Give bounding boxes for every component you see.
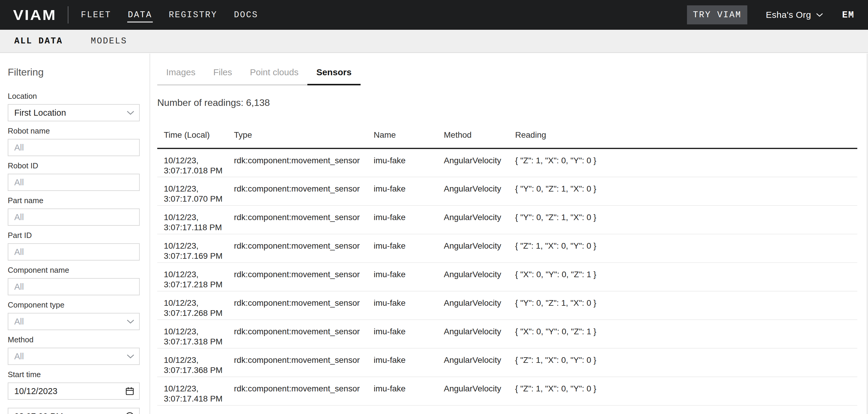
table-row: 10/12/23,3:07:17.368 PMrdk:component:mov… xyxy=(157,348,857,377)
robot-id-value: All xyxy=(14,178,24,187)
component-name-input[interactable]: All xyxy=(8,278,140,295)
time-date-line: 10/12/23, xyxy=(164,241,227,251)
cell-reading: { "X": 0, "Y": 0, "Z": 1 } xyxy=(508,320,857,348)
cell-reading: { "Y": 0, "Z": 1, "X": 0 } xyxy=(508,291,857,320)
org-switcher[interactable]: Esha's Org xyxy=(766,10,823,20)
field-location: LocationFirst Location xyxy=(8,92,140,121)
cell-time: 10/12/23,3:07:17.368 PM xyxy=(157,348,227,377)
tab-files[interactable]: Files xyxy=(204,67,241,85)
cell-type: rdk:component:movement_sensor xyxy=(227,177,367,206)
table-header: Time (Local)TypeNameMethodReading xyxy=(157,121,857,148)
time-clock-line: 3:07:17.418 PM xyxy=(164,394,227,404)
time-date-line: 10/12/23, xyxy=(164,384,227,394)
tab-sensors[interactable]: Sensors xyxy=(307,67,360,85)
location-select[interactable]: First Location xyxy=(8,104,140,121)
chevron-down-icon xyxy=(127,354,134,359)
component-type-label: Component type xyxy=(8,300,140,309)
field-start-date: Start time10/12/2023 xyxy=(8,370,140,400)
cell-reading: { "Z": 1, "X": 0, "Y": 0 } xyxy=(508,377,857,405)
tab-images[interactable]: Images xyxy=(157,67,204,85)
cell-time: 10/12/23,3:07:17.268 PM xyxy=(157,291,227,320)
table-row: 10/12/23,3:07:17.169 PMrdk:component:mov… xyxy=(157,234,857,263)
start-date-label: Start time xyxy=(8,370,140,379)
start-date-date-input[interactable]: 10/12/2023 xyxy=(8,382,140,400)
location-label: Location xyxy=(8,92,140,100)
start-time-time-input[interactable]: 03:07:00 PM xyxy=(8,408,140,414)
cell-name: imu-fake xyxy=(367,348,437,377)
try-viam-button[interactable]: TRY VIAM xyxy=(687,5,747,24)
cell-time: 10/12/23,3:07:17.318 PM xyxy=(157,320,227,348)
column-header-type: Type xyxy=(227,121,367,148)
cell-reading: { "Z": 1, "X": 0, "Y": 0 } xyxy=(508,234,857,263)
scrollbar-track[interactable] xyxy=(867,54,868,414)
column-header-time-local: Time (Local) xyxy=(157,121,227,148)
readings-count: Number of readings: 6,138 xyxy=(157,97,868,109)
cell-method: AngularVelocity xyxy=(437,348,508,377)
part-name-label: Part name xyxy=(8,196,140,205)
filtering-title: Filtering xyxy=(8,65,140,79)
time-clock-line: 3:07:17.018 PM xyxy=(164,166,227,176)
cell-name: imu-fake xyxy=(367,177,437,206)
robot-name-input[interactable]: All xyxy=(8,139,140,156)
cell-method: AngularVelocity xyxy=(437,234,508,263)
cell-name: imu-fake xyxy=(367,148,437,177)
cell-reading: { "Y": 0, "Z": 1, "X": 0 } xyxy=(508,177,857,206)
component-name-label: Component name xyxy=(8,266,140,274)
field-method: MethodAll xyxy=(8,335,140,365)
time-date-line: 10/12/23, xyxy=(164,212,227,223)
avatar[interactable]: EM xyxy=(842,10,854,20)
part-name-value: All xyxy=(14,212,24,222)
column-header-reading: Reading xyxy=(508,121,857,148)
component-type-select[interactable]: All xyxy=(8,313,140,330)
cell-type: rdk:component:movement_sensor xyxy=(227,348,367,377)
component-name-value: All xyxy=(14,282,24,292)
chevron-down-icon xyxy=(816,13,823,17)
data-type-tabs: ImagesFilesPoint cloudsSensors xyxy=(157,67,361,85)
column-header-name: Name xyxy=(367,121,437,148)
cell-type: rdk:component:movement_sensor xyxy=(227,148,367,177)
time-clock-line: 3:07:17.318 PM xyxy=(164,337,227,347)
cell-method: AngularVelocity xyxy=(437,177,508,206)
time-clock-line: 3:07:17.268 PM xyxy=(164,308,227,318)
cell-name: imu-fake xyxy=(367,377,437,405)
cell-name: imu-fake xyxy=(367,320,437,348)
subnav-tab-all-data[interactable]: ALL DATA xyxy=(14,36,63,46)
nav-link-fleet[interactable]: FLEET xyxy=(81,0,111,30)
viam-logo[interactable]: VIAM xyxy=(13,6,57,23)
nav-link-registry[interactable]: REGISTRY xyxy=(169,0,217,30)
subnav-tab-models[interactable]: MODELS xyxy=(91,36,127,46)
method-select[interactable]: All xyxy=(8,348,140,365)
table-row: 10/12/23,3:07:17.418 PMrdk:component:mov… xyxy=(157,377,857,405)
cell-type: rdk:component:movement_sensor xyxy=(227,206,367,234)
cell-method: AngularVelocity xyxy=(437,206,508,234)
time-date-line: 10/12/23, xyxy=(164,184,227,194)
chevron-down-icon xyxy=(127,110,134,115)
nav-link-docs[interactable]: DOCS xyxy=(234,0,258,30)
start-time-value: 03:07:00 PM xyxy=(14,412,63,414)
cell-method: AngularVelocity xyxy=(437,263,508,291)
cell-time: 10/12/23,3:07:17.018 PM xyxy=(157,148,227,177)
robot-name-value: All xyxy=(14,143,24,153)
tab-point-clouds[interactable]: Point clouds xyxy=(241,67,307,85)
cell-method: AngularVelocity xyxy=(437,377,508,405)
method-value: All xyxy=(14,352,24,361)
part-name-input[interactable]: All xyxy=(8,208,140,226)
part-id-input[interactable]: All xyxy=(8,243,140,261)
cell-method: AngularVelocity xyxy=(437,291,508,320)
page-body: Filtering LocationFirst LocationRobot na… xyxy=(0,54,868,414)
robot-id-input[interactable]: All xyxy=(8,174,140,191)
field-start-time: 03:07:00 PM xyxy=(8,408,140,414)
calendar-icon xyxy=(125,387,134,396)
time-clock-line: 3:07:17.368 PM xyxy=(164,365,227,375)
top-nav: VIAM FLEETDATAREGISTRYDOCS TRY VIAM Esha… xyxy=(0,0,868,30)
cell-reading: { "X": 0, "Y": 0, "Z": 1 } xyxy=(508,263,857,291)
cell-name: imu-fake xyxy=(367,291,437,320)
cell-time: 10/12/23,3:07:17.169 PM xyxy=(157,234,227,263)
column-header-method: Method xyxy=(437,121,508,148)
filter-fields: LocationFirst LocationRobot nameAllRobot… xyxy=(8,92,140,414)
time-date-line: 10/12/23, xyxy=(164,355,227,365)
field-component-type: Component typeAll xyxy=(8,300,140,330)
time-date-line: 10/12/23, xyxy=(164,327,227,337)
filter-sidebar: Filtering LocationFirst LocationRobot na… xyxy=(0,54,150,414)
nav-link-data[interactable]: DATA xyxy=(128,0,152,30)
